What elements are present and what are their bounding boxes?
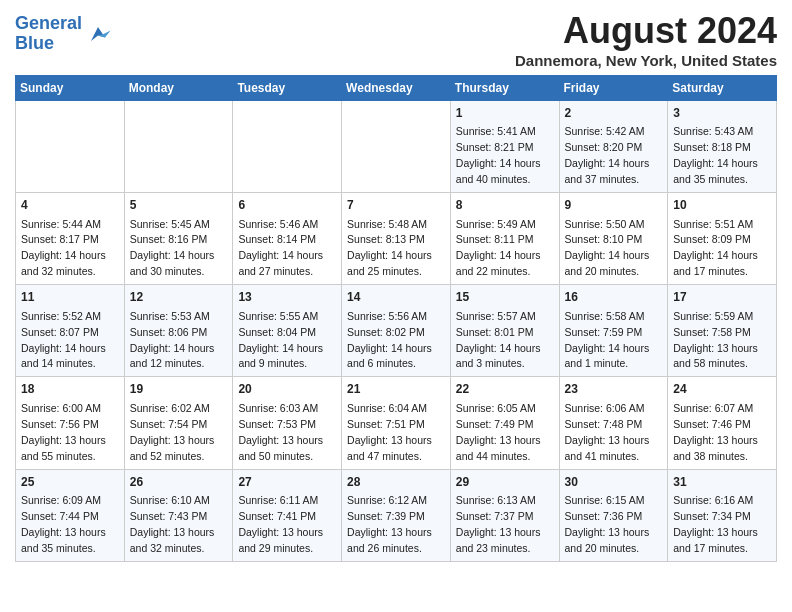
calendar-cell: 28Sunrise: 6:12 AM Sunset: 7:39 PM Dayli… [342, 469, 451, 561]
logo: General Blue [15, 14, 112, 54]
calendar-cell: 19Sunrise: 6:02 AM Sunset: 7:54 PM Dayli… [124, 377, 233, 469]
day-number: 17 [673, 289, 771, 306]
day-number: 3 [673, 105, 771, 122]
calendar-cell [16, 101, 125, 193]
day-number: 26 [130, 474, 228, 491]
day-number: 6 [238, 197, 336, 214]
day-info: Sunrise: 5:45 AM Sunset: 8:16 PM Dayligh… [130, 218, 215, 278]
calendar-cell: 2Sunrise: 5:42 AM Sunset: 8:20 PM Daylig… [559, 101, 668, 193]
day-info: Sunrise: 6:16 AM Sunset: 7:34 PM Dayligh… [673, 494, 758, 554]
calendar-cell: 22Sunrise: 6:05 AM Sunset: 7:49 PM Dayli… [450, 377, 559, 469]
weekday-header-row: SundayMondayTuesdayWednesdayThursdayFrid… [16, 76, 777, 101]
weekday-header-sunday: Sunday [16, 76, 125, 101]
calendar-header: SundayMondayTuesdayWednesdayThursdayFrid… [16, 76, 777, 101]
day-number: 18 [21, 381, 119, 398]
day-number: 29 [456, 474, 554, 491]
day-number: 19 [130, 381, 228, 398]
day-number: 31 [673, 474, 771, 491]
weekday-header-saturday: Saturday [668, 76, 777, 101]
day-number: 27 [238, 474, 336, 491]
calendar-cell: 26Sunrise: 6:10 AM Sunset: 7:43 PM Dayli… [124, 469, 233, 561]
calendar-week-row: 1Sunrise: 5:41 AM Sunset: 8:21 PM Daylig… [16, 101, 777, 193]
location-text: Dannemora, New York, United States [515, 52, 777, 69]
day-number: 11 [21, 289, 119, 306]
day-number: 16 [565, 289, 663, 306]
day-number: 20 [238, 381, 336, 398]
day-info: Sunrise: 5:46 AM Sunset: 8:14 PM Dayligh… [238, 218, 323, 278]
day-info: Sunrise: 6:07 AM Sunset: 7:46 PM Dayligh… [673, 402, 758, 462]
weekday-header-wednesday: Wednesday [342, 76, 451, 101]
day-info: Sunrise: 5:55 AM Sunset: 8:04 PM Dayligh… [238, 310, 323, 370]
calendar-cell: 1Sunrise: 5:41 AM Sunset: 8:21 PM Daylig… [450, 101, 559, 193]
calendar-cell [233, 101, 342, 193]
calendar-cell: 13Sunrise: 5:55 AM Sunset: 8:04 PM Dayli… [233, 285, 342, 377]
day-info: Sunrise: 5:53 AM Sunset: 8:06 PM Dayligh… [130, 310, 215, 370]
day-info: Sunrise: 6:09 AM Sunset: 7:44 PM Dayligh… [21, 494, 106, 554]
calendar-week-row: 4Sunrise: 5:44 AM Sunset: 8:17 PM Daylig… [16, 193, 777, 285]
logo-blue: Blue [15, 33, 54, 53]
calendar-cell: 17Sunrise: 5:59 AM Sunset: 7:58 PM Dayli… [668, 285, 777, 377]
day-number: 10 [673, 197, 771, 214]
day-info: Sunrise: 6:02 AM Sunset: 7:54 PM Dayligh… [130, 402, 215, 462]
day-number: 1 [456, 105, 554, 122]
calendar-cell: 14Sunrise: 5:56 AM Sunset: 8:02 PM Dayli… [342, 285, 451, 377]
day-number: 23 [565, 381, 663, 398]
day-info: Sunrise: 6:15 AM Sunset: 7:36 PM Dayligh… [565, 494, 650, 554]
day-number: 21 [347, 381, 445, 398]
calendar-cell [124, 101, 233, 193]
title-block: August 2024 Dannemora, New York, United … [515, 10, 777, 69]
calendar-cell: 18Sunrise: 6:00 AM Sunset: 7:56 PM Dayli… [16, 377, 125, 469]
weekday-header-monday: Monday [124, 76, 233, 101]
calendar-table: SundayMondayTuesdayWednesdayThursdayFrid… [15, 75, 777, 562]
day-info: Sunrise: 5:50 AM Sunset: 8:10 PM Dayligh… [565, 218, 650, 278]
calendar-cell: 24Sunrise: 6:07 AM Sunset: 7:46 PM Dayli… [668, 377, 777, 469]
calendar-week-row: 18Sunrise: 6:00 AM Sunset: 7:56 PM Dayli… [16, 377, 777, 469]
day-number: 2 [565, 105, 663, 122]
calendar-body: 1Sunrise: 5:41 AM Sunset: 8:21 PM Daylig… [16, 101, 777, 562]
calendar-cell: 29Sunrise: 6:13 AM Sunset: 7:37 PM Dayli… [450, 469, 559, 561]
day-info: Sunrise: 5:52 AM Sunset: 8:07 PM Dayligh… [21, 310, 106, 370]
day-number: 28 [347, 474, 445, 491]
day-info: Sunrise: 5:48 AM Sunset: 8:13 PM Dayligh… [347, 218, 432, 278]
header: General Blue August 2024 Dannemora, New … [15, 10, 777, 69]
day-info: Sunrise: 5:43 AM Sunset: 8:18 PM Dayligh… [673, 125, 758, 185]
calendar-cell: 4Sunrise: 5:44 AM Sunset: 8:17 PM Daylig… [16, 193, 125, 285]
day-info: Sunrise: 5:59 AM Sunset: 7:58 PM Dayligh… [673, 310, 758, 370]
calendar-cell: 30Sunrise: 6:15 AM Sunset: 7:36 PM Dayli… [559, 469, 668, 561]
day-number: 15 [456, 289, 554, 306]
day-number: 22 [456, 381, 554, 398]
day-info: Sunrise: 5:42 AM Sunset: 8:20 PM Dayligh… [565, 125, 650, 185]
weekday-header-friday: Friday [559, 76, 668, 101]
day-number: 30 [565, 474, 663, 491]
day-info: Sunrise: 6:05 AM Sunset: 7:49 PM Dayligh… [456, 402, 541, 462]
day-info: Sunrise: 6:00 AM Sunset: 7:56 PM Dayligh… [21, 402, 106, 462]
calendar-cell: 7Sunrise: 5:48 AM Sunset: 8:13 PM Daylig… [342, 193, 451, 285]
day-info: Sunrise: 5:44 AM Sunset: 8:17 PM Dayligh… [21, 218, 106, 278]
day-number: 8 [456, 197, 554, 214]
day-number: 9 [565, 197, 663, 214]
calendar-cell [342, 101, 451, 193]
calendar-cell: 9Sunrise: 5:50 AM Sunset: 8:10 PM Daylig… [559, 193, 668, 285]
day-number: 12 [130, 289, 228, 306]
day-info: Sunrise: 6:04 AM Sunset: 7:51 PM Dayligh… [347, 402, 432, 462]
calendar-cell: 3Sunrise: 5:43 AM Sunset: 8:18 PM Daylig… [668, 101, 777, 193]
day-number: 5 [130, 197, 228, 214]
calendar-cell: 27Sunrise: 6:11 AM Sunset: 7:41 PM Dayli… [233, 469, 342, 561]
svg-marker-0 [91, 27, 105, 41]
calendar-cell: 31Sunrise: 6:16 AM Sunset: 7:34 PM Dayli… [668, 469, 777, 561]
day-number: 25 [21, 474, 119, 491]
calendar-cell: 11Sunrise: 5:52 AM Sunset: 8:07 PM Dayli… [16, 285, 125, 377]
day-info: Sunrise: 6:03 AM Sunset: 7:53 PM Dayligh… [238, 402, 323, 462]
calendar-cell: 6Sunrise: 5:46 AM Sunset: 8:14 PM Daylig… [233, 193, 342, 285]
calendar-cell: 15Sunrise: 5:57 AM Sunset: 8:01 PM Dayli… [450, 285, 559, 377]
calendar-cell: 25Sunrise: 6:09 AM Sunset: 7:44 PM Dayli… [16, 469, 125, 561]
day-info: Sunrise: 6:13 AM Sunset: 7:37 PM Dayligh… [456, 494, 541, 554]
month-title: August 2024 [515, 10, 777, 52]
calendar-cell: 10Sunrise: 5:51 AM Sunset: 8:09 PM Dayli… [668, 193, 777, 285]
logo-text: General Blue [15, 14, 82, 54]
day-info: Sunrise: 6:06 AM Sunset: 7:48 PM Dayligh… [565, 402, 650, 462]
calendar-week-row: 25Sunrise: 6:09 AM Sunset: 7:44 PM Dayli… [16, 469, 777, 561]
day-info: Sunrise: 5:58 AM Sunset: 7:59 PM Dayligh… [565, 310, 650, 370]
day-number: 4 [21, 197, 119, 214]
calendar-cell: 16Sunrise: 5:58 AM Sunset: 7:59 PM Dayli… [559, 285, 668, 377]
